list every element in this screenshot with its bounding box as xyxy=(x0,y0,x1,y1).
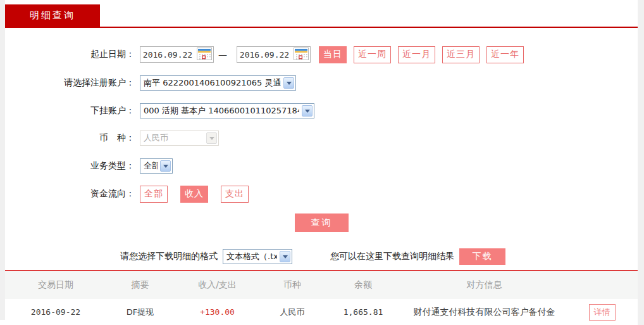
date-range-row: 起止日期： xyxy=(5,46,638,63)
cell-trade-date: 2016-09-22 xyxy=(5,307,106,317)
date-range-label: 起止日期： xyxy=(5,49,135,60)
chevron-down-icon xyxy=(280,251,290,262)
calendar-icon xyxy=(294,48,309,62)
start-calendar-button[interactable] xyxy=(196,48,213,61)
content-panel: 明细查询 起止日期： xyxy=(5,0,638,325)
register-account-select[interactable]: 南平 6222001406100921065 灵通卡 xyxy=(140,75,296,91)
register-account-label: 请选择注册账户： xyxy=(5,77,135,89)
chevron-down-icon xyxy=(302,105,313,117)
download-format-value: 文本格式（.txt） xyxy=(226,251,277,262)
end-date-input-box xyxy=(237,46,311,63)
cell-actions: 详情 xyxy=(566,304,638,321)
download-button[interactable]: 下载 xyxy=(459,248,505,265)
calendar-icon xyxy=(197,48,212,62)
today-button[interactable]: 当日 xyxy=(319,46,347,63)
cell-counterparty: 财付通支付科技有限公司客户备付金 xyxy=(402,307,566,318)
chevron-down-icon xyxy=(283,77,294,89)
sub-account-row: 下挂账户： 000 活期 基本户 1406600101102571848 xyxy=(5,103,638,118)
header-counterparty: 对方信息 xyxy=(402,279,566,291)
business-type-value: 全部 xyxy=(144,160,158,172)
business-type-label: 业务类型： xyxy=(5,160,135,172)
sub-account-select[interactable]: 000 活期 基本户 1406600101102571848 xyxy=(140,103,314,118)
end-calendar-button[interactable] xyxy=(293,48,309,61)
header-currency: 币种 xyxy=(261,279,324,291)
start-date-input[interactable] xyxy=(140,50,195,60)
fund-flow-expense-button[interactable]: 支出 xyxy=(221,186,249,203)
header-trade-date: 交易日期 xyxy=(5,279,106,291)
download-format-select[interactable]: 文本格式（.txt） xyxy=(223,249,292,264)
query-button[interactable]: 查询 xyxy=(295,213,349,232)
tab-underline xyxy=(5,27,638,28)
business-type-select[interactable]: 全部 xyxy=(140,158,173,174)
chevron-down-icon xyxy=(206,132,217,144)
fund-flow-income-button[interactable]: 收入 xyxy=(180,186,208,203)
fund-flow-label: 资金流向： xyxy=(5,188,135,200)
business-type-row: 业务类型： 全部 xyxy=(5,158,638,174)
sub-account-value: 000 活期 基本户 1406600101102571848 xyxy=(144,105,299,117)
cell-amount: +130.00 xyxy=(174,307,261,317)
cell-currency: 人民币 xyxy=(261,307,324,318)
header-income-expense: 收入/支出 xyxy=(174,279,261,291)
register-account-value: 南平 6222001406100921065 灵通卡 xyxy=(144,77,281,89)
detail-query-page: 明细查询 起止日期： xyxy=(0,0,644,325)
header-summary: 摘要 xyxy=(106,279,174,291)
table-row: 2016-09-22 DF提现 +130.00 人民币 1,665.81 财付通… xyxy=(5,299,638,325)
tab-label: 明细查询 xyxy=(30,10,75,22)
currency-row: 币 种： 人民币 xyxy=(5,131,638,146)
fund-flow-row: 资金流向： 全部 收入 支出 xyxy=(5,185,638,203)
last-year-button[interactable]: 近一年 xyxy=(486,46,524,63)
page-margin-left xyxy=(0,0,5,320)
page-margin-right xyxy=(638,0,644,325)
date-separator: — xyxy=(218,49,227,60)
table-header-row: 交易日期 摘要 收入/支出 币种 余额 对方信息 xyxy=(5,271,638,299)
currency-select: 人民币 xyxy=(140,131,219,146)
download-format-label: 请您选择下载明细的格式 xyxy=(120,251,218,262)
start-date-input-box xyxy=(140,46,214,63)
last-week-button[interactable]: 近一周 xyxy=(354,46,391,63)
download-hint: 您可以在这里下载查询明细结果 xyxy=(330,251,454,262)
tab-detail-query[interactable]: 明细查询 xyxy=(5,4,100,27)
end-date-input[interactable] xyxy=(237,50,292,60)
header-balance: 余额 xyxy=(324,279,402,291)
cell-balance: 1,665.81 xyxy=(324,307,402,317)
cell-summary: DF提现 xyxy=(106,307,174,318)
last-month-button[interactable]: 近一月 xyxy=(398,46,435,63)
download-row: 请您选择下载明细的格式 文本格式（.txt） 您可以在这里下载查询明细结果 下载 xyxy=(5,248,638,265)
currency-label: 币 种： xyxy=(5,132,135,144)
detail-button[interactable]: 详情 xyxy=(589,304,616,321)
sub-account-label: 下挂账户： xyxy=(5,105,135,117)
currency-value: 人民币 xyxy=(144,132,204,144)
chevron-down-icon xyxy=(160,160,171,172)
fund-flow-all-button[interactable]: 全部 xyxy=(140,186,168,203)
register-account-row: 请选择注册账户： 南平 6222001406100921065 灵通卡 xyxy=(5,75,638,91)
last-three-months-button[interactable]: 近三月 xyxy=(442,46,480,63)
